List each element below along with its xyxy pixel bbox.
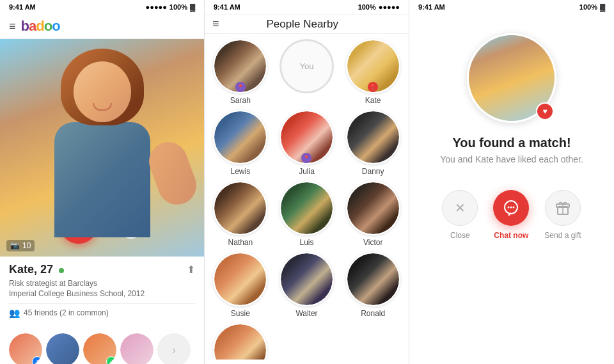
close-icon: ✕: [455, 200, 466, 216]
people-nearby-header: ≡ People Nearby: [205, 15, 409, 34]
photo-count: 📷 10: [6, 240, 35, 251]
svg-point-1: [508, 207, 510, 209]
profile-panel: 9:41 AM ●●●●● 100% ▓ ≡ badoo 📷: [0, 0, 205, 364]
match-avatar: ♥: [467, 33, 556, 123]
status-icons-1: ●●●●● 100% ▓: [146, 3, 195, 11]
send-gift-label: Send a gift: [544, 231, 581, 240]
chat-now-label: Chat now: [494, 231, 528, 240]
status-time-1: 9:41 AM: [9, 3, 36, 11]
friend-alexander[interactable]: ✓ Alexander: [83, 333, 116, 364]
camera-icon: 📷: [10, 241, 20, 250]
whatsapp-badge: ✓: [106, 356, 116, 364]
match-subtitle: You and Kate have liked each other.: [440, 154, 583, 164]
battery-3: 100%: [579, 3, 597, 11]
people-grid: 📍 Sarah You 📍 Kate: [205, 34, 409, 360]
menu-icon-2[interactable]: ≡: [212, 17, 219, 31]
person-nathan[interactable]: Nathan: [210, 181, 271, 247]
close-label: Close: [450, 231, 470, 240]
gift-icon: [554, 199, 572, 217]
match-actions: ✕ Close Chat now: [442, 190, 581, 240]
person-name-luis: Luis: [299, 238, 313, 247]
person-name-lewis: Lewis: [230, 167, 250, 176]
person-danny[interactable]: Danny: [342, 110, 404, 176]
panel-2-title: People Nearby: [219, 18, 386, 31]
chat-now-button[interactable]: [493, 190, 529, 226]
wifi-icon-1: ●●●●●: [146, 3, 167, 11]
status-icons-2: 100% ●●●●●: [358, 3, 400, 11]
status-time-3: 9:41 AM: [418, 3, 445, 11]
status-icons-3: 100% ▓: [579, 3, 605, 11]
location-pin-julia: 📍: [301, 153, 311, 163]
friend-danielle[interactable]: Danielle: [120, 333, 154, 364]
battery-1: 100%: [169, 3, 187, 11]
match-heart-badge: ♥: [536, 102, 554, 120]
person-name-victor: Victor: [363, 238, 382, 247]
profile-photo-area: 📷 10 ♥ ✕: [0, 39, 205, 257]
person-name-ronald: Ronald: [361, 309, 385, 318]
online-indicator: [59, 268, 64, 273]
person-lewis[interactable]: Lewis: [210, 110, 271, 176]
close-button[interactable]: ✕: [442, 190, 478, 226]
person-ronald[interactable]: Ronald: [342, 252, 404, 318]
share-icon[interactable]: ⬆: [187, 264, 195, 276]
you-label: You: [300, 61, 314, 71]
chat-icon: [502, 199, 520, 217]
badoo-logo: badoo: [21, 18, 60, 35]
person-name-susie: Susie: [231, 309, 250, 318]
profile-info-section: Kate, 27 ⬆ Risk strategist at Barclays I…: [0, 257, 204, 333]
send-gift-action[interactable]: Send a gift: [544, 190, 581, 240]
friends-count: 45 friends (2 in common): [24, 308, 109, 317]
wifi-icon-2: ●●●●●: [379, 3, 400, 11]
person-victor[interactable]: Victor: [342, 181, 404, 247]
friend-julia[interactable]: f Julia: [9, 333, 42, 364]
close-action[interactable]: ✕ Close: [442, 190, 478, 240]
send-gift-button[interactable]: [545, 190, 581, 226]
friends-list: f Julia Josh ✓ Alexander Danielle ›: [0, 333, 204, 364]
person-name-sarah: Sarah: [230, 96, 251, 105]
person-julia[interactable]: 📍 Julia: [276, 110, 338, 176]
profile-name-age: Kate, 27: [9, 263, 64, 276]
location-pin-kate: 📍: [368, 82, 378, 92]
chat-now-action[interactable]: Chat now: [493, 190, 529, 240]
wifi-icon-3: ▓: [600, 3, 605, 11]
person-name-danny: Danny: [362, 167, 384, 176]
location-pin-sarah: 📍: [235, 82, 246, 92]
person-name-kate: Kate: [365, 96, 381, 105]
svg-point-3: [513, 207, 515, 209]
profile-photo-bg: [0, 39, 205, 257]
profile-school: Imperial College Business School, 2012: [9, 289, 195, 298]
person-name-walter: Walter: [295, 309, 317, 318]
person-sarah[interactable]: 📍 Sarah: [210, 39, 271, 105]
person-name-julia: Julia: [299, 167, 315, 176]
fb-badge: f: [32, 356, 42, 364]
battery-2: 100%: [358, 3, 376, 11]
person-you[interactable]: You: [276, 39, 338, 105]
person-susie[interactable]: Susie: [210, 252, 271, 318]
profile-job: Risk strategist at Barclays: [9, 279, 195, 288]
people-nearby-panel: 9:41 AM 100% ●●●●● ≡ People Nearby 📍 Sar…: [205, 0, 409, 364]
person-kate[interactable]: 📍 Kate: [342, 39, 404, 105]
battery-icon-1: ▓: [190, 3, 195, 11]
menu-icon-1[interactable]: ≡: [9, 20, 16, 33]
friend-josh[interactable]: Josh: [46, 333, 79, 364]
match-panel: 9:41 AM 100% ▓ ♥ You found a match! You …: [409, 0, 614, 364]
friends-icon: 👥: [9, 308, 20, 318]
svg-point-2: [510, 207, 512, 209]
friend-more[interactable]: ›: [157, 333, 191, 364]
match-title: You found a match!: [452, 136, 571, 150]
person-name-nathan: Nathan: [228, 238, 253, 247]
person-walter[interactable]: Walter: [276, 252, 338, 318]
person-nora[interactable]: Nora: [210, 323, 271, 360]
status-time-2: 9:41 AM: [214, 3, 240, 11]
person-luis[interactable]: Luis: [276, 181, 338, 247]
match-heart-icon: ♥: [542, 107, 547, 116]
